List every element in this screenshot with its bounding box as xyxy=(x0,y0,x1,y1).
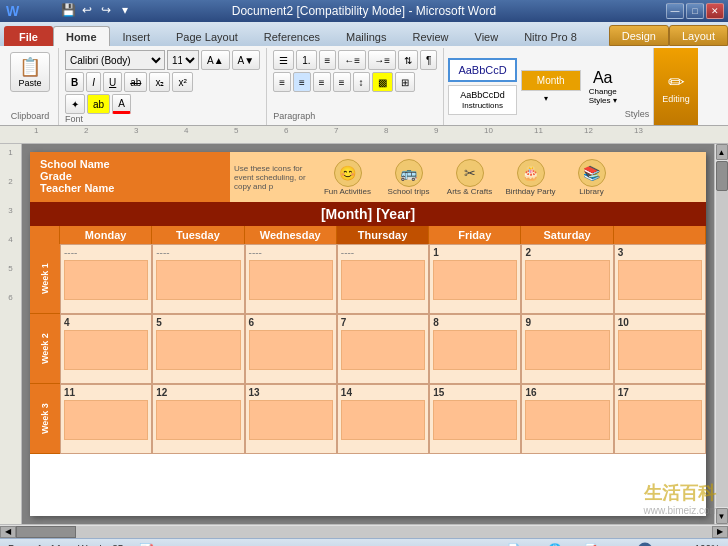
style-days[interactable]: AaBbCcD xyxy=(448,58,516,82)
document-page[interactable]: School Name Grade Teacher Name Use these… xyxy=(30,152,706,516)
tab-file[interactable]: File xyxy=(4,26,53,46)
cell-w1-fri[interactable]: 1 xyxy=(429,244,521,314)
cell-content[interactable] xyxy=(64,400,148,440)
style-month[interactable]: Month xyxy=(521,70,581,91)
borders-button[interactable]: ⊞ xyxy=(395,72,415,92)
scroll-left-button[interactable]: ◀ xyxy=(0,526,16,538)
tab-design[interactable]: Design xyxy=(609,25,669,46)
cell-w3-mon[interactable]: 11 xyxy=(60,384,152,454)
cell-w2-sat[interactable]: 9 xyxy=(521,314,613,384)
cell-content[interactable] xyxy=(433,330,517,370)
cell-w1-mon[interactable]: ---- xyxy=(60,244,152,314)
redo-icon[interactable]: ↪ xyxy=(98,2,114,18)
strikethrough-button[interactable]: ab xyxy=(124,72,147,92)
save-icon[interactable]: 💾 xyxy=(60,2,76,18)
cell-content[interactable] xyxy=(64,260,148,300)
cell-w2-wed[interactable]: 6 xyxy=(245,314,337,384)
cell-content[interactable] xyxy=(341,400,425,440)
vertical-scrollbar[interactable]: ▲ ▼ xyxy=(714,144,728,524)
cell-w3-sat[interactable]: 16 xyxy=(521,384,613,454)
tab-insert[interactable]: Insert xyxy=(110,26,164,46)
line-spacing-button[interactable]: ↕ xyxy=(353,72,370,92)
subscript-button[interactable]: x₂ xyxy=(149,72,170,92)
tab-layout[interactable]: Layout xyxy=(669,25,728,46)
cell-w3-tue[interactable]: 12 xyxy=(152,384,244,454)
align-left-button[interactable]: ≡ xyxy=(273,72,291,92)
scroll-up-button[interactable]: ▲ xyxy=(716,144,728,160)
italic-button[interactable]: I xyxy=(86,72,101,92)
cell-content[interactable] xyxy=(156,330,240,370)
customize-icon[interactable]: ▾ xyxy=(117,2,133,18)
align-right-button[interactable]: ≡ xyxy=(313,72,331,92)
cell-content[interactable] xyxy=(618,400,702,440)
increase-indent-button[interactable]: →≡ xyxy=(368,50,396,70)
horizontal-scrollbar[interactable]: ◀ ▶ xyxy=(0,524,728,538)
tab-page-layout[interactable]: Page Layout xyxy=(163,26,251,46)
scroll-down-button[interactable]: ▼ xyxy=(716,508,728,524)
paste-button[interactable]: 📋 Paste xyxy=(10,52,50,92)
cell-w3-fri[interactable]: 15 xyxy=(429,384,521,454)
numbering-button[interactable]: 1. xyxy=(296,50,316,70)
decrease-indent-button[interactable]: ←≡ xyxy=(338,50,366,70)
cell-content[interactable] xyxy=(341,260,425,300)
cell-content[interactable] xyxy=(64,330,148,370)
cell-content[interactable] xyxy=(525,400,609,440)
bold-button[interactable]: B xyxy=(65,72,84,92)
cell-content[interactable] xyxy=(525,330,609,370)
bullets-button[interactable]: ☰ xyxy=(273,50,294,70)
hscroll-thumb[interactable] xyxy=(16,526,76,538)
cell-content[interactable] xyxy=(341,330,425,370)
tab-references[interactable]: References xyxy=(251,26,333,46)
highlight-button[interactable]: ab xyxy=(87,94,110,114)
justify-button[interactable]: ≡ xyxy=(333,72,351,92)
show-marks-button[interactable]: ¶ xyxy=(420,50,437,70)
cell-w2-thu[interactable]: 7 xyxy=(337,314,429,384)
tab-nitro[interactable]: Nitro Pro 8 xyxy=(511,26,590,46)
maximize-button[interactable]: □ xyxy=(686,3,704,19)
cell-w1-wed[interactable]: ---- xyxy=(245,244,337,314)
scroll-thumb[interactable] xyxy=(716,161,728,191)
spelling-icon[interactable]: 📝 xyxy=(139,543,154,547)
align-center-button[interactable]: ≡ xyxy=(293,72,311,92)
cell-w2-tue[interactable]: 5 xyxy=(152,314,244,384)
cell-w3-wed[interactable]: 13 xyxy=(245,384,337,454)
cell-w1-sat[interactable]: 2 xyxy=(521,244,613,314)
shading-button[interactable]: ▩ xyxy=(372,72,393,92)
cell-content[interactable] xyxy=(249,260,333,300)
cell-content[interactable] xyxy=(618,330,702,370)
style-instructions[interactable]: AaBbCcDdInstructions xyxy=(448,85,516,115)
change-styles-button[interactable]: Aa ChangeStyles ▾ xyxy=(585,65,621,109)
superscript-button[interactable]: x² xyxy=(172,72,192,92)
cell-content[interactable] xyxy=(433,260,517,300)
cell-w1-tue[interactable]: ---- xyxy=(152,244,244,314)
tab-review[interactable]: Review xyxy=(399,26,461,46)
minimize-button[interactable]: — xyxy=(666,3,684,19)
cell-content[interactable] xyxy=(156,260,240,300)
cell-content[interactable] xyxy=(433,400,517,440)
clear-format-button[interactable]: ✦ xyxy=(65,94,85,114)
cell-w1-sun[interactable]: 3 xyxy=(614,244,706,314)
close-button[interactable]: ✕ xyxy=(706,3,724,19)
cell-content[interactable] xyxy=(249,400,333,440)
tab-mailings[interactable]: Mailings xyxy=(333,26,399,46)
shrink-font-button[interactable]: A▼ xyxy=(232,50,261,70)
underline-button[interactable]: U xyxy=(103,72,122,92)
font-name-select[interactable]: Calibri (Body) xyxy=(65,50,165,70)
multilevel-button[interactable]: ≡ xyxy=(319,50,337,70)
cell-w1-thu[interactable]: ---- xyxy=(337,244,429,314)
grow-font-button[interactable]: A▲ xyxy=(201,50,230,70)
scroll-right-button[interactable]: ▶ xyxy=(712,526,728,538)
cell-w3-thu[interactable]: 14 xyxy=(337,384,429,454)
cell-content[interactable] xyxy=(525,260,609,300)
undo-icon[interactable]: ↩ xyxy=(79,2,95,18)
tab-home[interactable]: Home xyxy=(53,26,110,46)
cell-content[interactable] xyxy=(249,330,333,370)
sort-button[interactable]: ⇅ xyxy=(398,50,418,70)
tab-view[interactable]: View xyxy=(462,26,512,46)
cell-w3-sun[interactable]: 17 xyxy=(614,384,706,454)
cell-content[interactable] xyxy=(618,260,702,300)
cell-w2-sun[interactable]: 10 xyxy=(614,314,706,384)
font-size-select[interactable]: 11 xyxy=(167,50,199,70)
font-color-button[interactable]: A xyxy=(112,94,131,114)
styles-scroll[interactable]: ▾ xyxy=(521,94,571,103)
